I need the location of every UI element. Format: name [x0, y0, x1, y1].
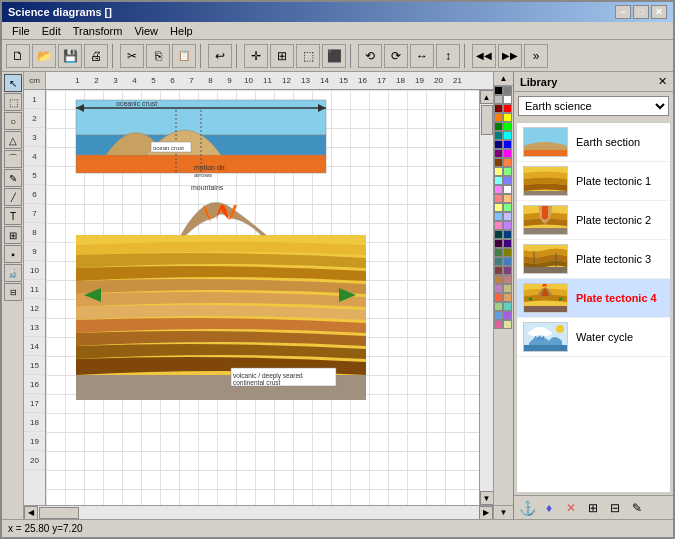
select2-button[interactable]: ⬛	[322, 44, 346, 68]
paste-button[interactable]: 📋	[172, 44, 196, 68]
close-button[interactable]: ✕	[651, 5, 667, 19]
horizontal-scrollbar[interactable]: ◀ ▶	[24, 505, 493, 519]
library-item-earth-section[interactable]: Earth section	[517, 123, 670, 162]
palette-color-cell[interactable]	[494, 320, 503, 329]
lib-btn-add[interactable]: ⊞	[584, 499, 602, 517]
palette-color-cell[interactable]	[494, 266, 503, 275]
zoom-tool[interactable]: ⊞	[4, 226, 22, 244]
crosshair-button[interactable]: ✛	[244, 44, 268, 68]
palette-color-cell[interactable]	[494, 194, 503, 203]
vertical-scrollbar[interactable]: ▲ ▼	[479, 90, 493, 505]
palette-color-cell[interactable]	[503, 104, 512, 113]
poly-tool[interactable]: △	[4, 131, 22, 149]
library-close-button[interactable]: ✕	[658, 75, 667, 88]
rect-tool[interactable]: ⬚	[4, 93, 22, 111]
lib-btn-diamond[interactable]: ♦	[540, 499, 558, 517]
palette-color-cell[interactable]	[494, 122, 503, 131]
menu-view[interactable]: View	[128, 24, 164, 38]
palette-color-cell[interactable]	[494, 203, 503, 212]
flip-h-button[interactable]: ↔	[410, 44, 434, 68]
palette-color-cell[interactable]	[494, 131, 503, 140]
palette-scroll-down[interactable]: ▼	[494, 505, 513, 519]
rotate-cw-button[interactable]: ⟳	[384, 44, 408, 68]
palette-color-cell[interactable]	[503, 131, 512, 140]
menu-transform[interactable]: Transform	[67, 24, 129, 38]
palette-color-cell[interactable]	[494, 230, 503, 239]
library-item-plate3[interactable]: Plate tectonic 3	[517, 240, 670, 279]
palette-color-cell[interactable]	[494, 185, 503, 194]
palette-color-cell[interactable]	[503, 167, 512, 176]
select-tool[interactable]: ↖	[4, 74, 22, 92]
palette-color-cell[interactable]	[494, 221, 503, 230]
palette-color-cell[interactable]	[503, 266, 512, 275]
palette-color-cell[interactable]	[494, 275, 503, 284]
rotate-ccw-button[interactable]: ⟲	[358, 44, 382, 68]
palette-color-cell[interactable]	[503, 176, 512, 185]
eyedrop-tool[interactable]: 🔬	[4, 264, 22, 282]
lib-btn-edit[interactable]: ✎	[628, 499, 646, 517]
scroll-right-button[interactable]: ▶	[479, 506, 493, 520]
palette-color-cell[interactable]	[503, 203, 512, 212]
palette-color-cell[interactable]	[503, 293, 512, 302]
fwd-button[interactable]: ▶▶	[498, 44, 522, 68]
palette-color-cell[interactable]	[494, 239, 503, 248]
library-item-plate2[interactable]: Plate tectonic 2	[517, 201, 670, 240]
palette-color-cell[interactable]	[494, 113, 503, 122]
palette-color-cell[interactable]	[494, 257, 503, 266]
palette-color-cell[interactable]	[503, 230, 512, 239]
more-button[interactable]: »	[524, 44, 548, 68]
library-item-water-cycle[interactable]: Water cycle	[517, 318, 670, 357]
palette-color-cell[interactable]	[503, 320, 512, 329]
save-button[interactable]: 💾	[58, 44, 82, 68]
scroll-down-button[interactable]: ▼	[480, 491, 494, 505]
palette-color-cell[interactable]	[503, 95, 512, 104]
palette-color-cell[interactable]	[503, 311, 512, 320]
library-item-plate4[interactable]: Plate tectonic 4	[517, 279, 670, 318]
fill-tool[interactable]: ▪	[4, 245, 22, 263]
palette-color-cell[interactable]	[494, 293, 503, 302]
palette-color-cell[interactable]	[494, 176, 503, 185]
palette-color-cell[interactable]	[503, 275, 512, 284]
palette-scroll-up[interactable]: ▲	[494, 72, 513, 86]
palette-color-cell[interactable]	[503, 149, 512, 158]
lib-btn-remove[interactable]: ⊟	[606, 499, 624, 517]
curve-tool[interactable]: ⌒	[4, 150, 22, 168]
flip-v-button[interactable]: ↕	[436, 44, 460, 68]
palette-color-cell[interactable]	[503, 212, 512, 221]
cut-button[interactable]: ✂	[120, 44, 144, 68]
grid-button[interactable]: ⊞	[270, 44, 294, 68]
library-category-select[interactable]: Earth science	[518, 96, 669, 116]
palette-color-cell[interactable]	[494, 104, 503, 113]
scroll-thumb[interactable]	[481, 105, 493, 135]
lib-btn-delete[interactable]: ✕	[562, 499, 580, 517]
palette-color-cell[interactable]	[494, 311, 503, 320]
palette-color-cell[interactable]	[503, 113, 512, 122]
palette-color-cell[interactable]	[503, 248, 512, 257]
back-button[interactable]: ◀◀	[472, 44, 496, 68]
palette-color-cell[interactable]	[494, 140, 503, 149]
new-button[interactable]: 🗋	[6, 44, 30, 68]
palette-color-cell[interactable]	[503, 257, 512, 266]
palette-color-cell[interactable]	[494, 302, 503, 311]
palette-color-cell[interactable]	[503, 158, 512, 167]
lib-btn-anchor[interactable]: ⚓	[518, 499, 536, 517]
palette-color-cell[interactable]	[494, 284, 503, 293]
palette-color-cell[interactable]	[494, 167, 503, 176]
pencil-tool[interactable]: ✎	[4, 169, 22, 187]
menu-help[interactable]: Help	[164, 24, 199, 38]
measure-tool[interactable]: ⊟	[4, 283, 22, 301]
palette-color-cell[interactable]	[503, 221, 512, 230]
palette-color-cell[interactable]	[503, 185, 512, 194]
palette-color-cell[interactable]	[503, 194, 512, 203]
text-tool[interactable]: T	[4, 207, 22, 225]
palette-color-cell[interactable]	[503, 122, 512, 131]
drawing-canvas[interactable]: oceanic crust ocean crust motion dir. ar…	[46, 90, 479, 505]
open-button[interactable]: 📂	[32, 44, 56, 68]
library-item-plate1[interactable]: Plate tectonic 1	[517, 162, 670, 201]
scroll-up-button[interactable]: ▲	[480, 90, 494, 104]
scroll-h-thumb[interactable]	[39, 507, 79, 519]
line-tool[interactable]: ╱	[4, 188, 22, 206]
palette-color-cell[interactable]	[503, 239, 512, 248]
print-button[interactable]: 🖨	[84, 44, 108, 68]
palette-color-cell[interactable]	[503, 140, 512, 149]
